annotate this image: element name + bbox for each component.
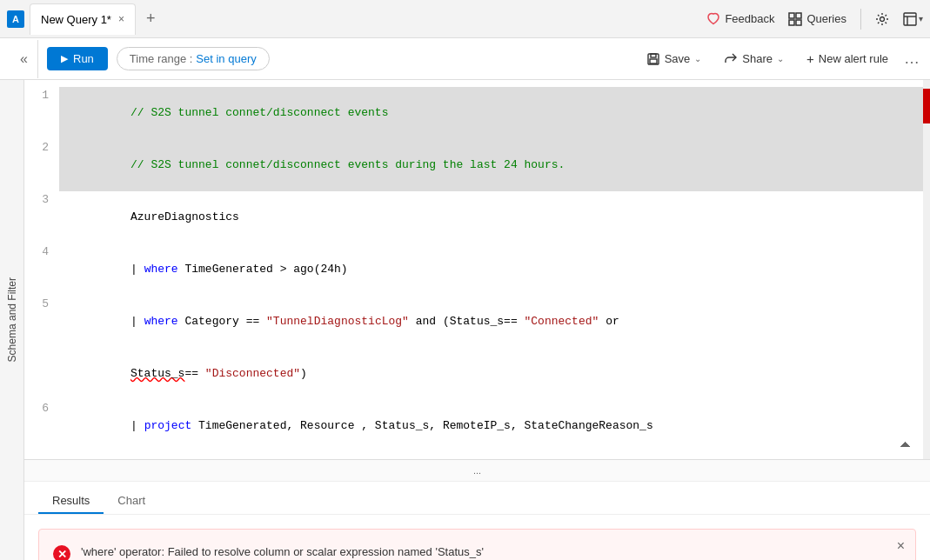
main-content: Schema and Filter 1 // S2S tunnel connet… <box>0 80 930 560</box>
time-range-value: Set in query <box>196 52 256 65</box>
error-message-line1: 'where' operator: Failed to resolve colu… <box>81 543 608 560</box>
code-line-3: 3 AzureDiagnostics <box>24 191 930 243</box>
code-editor[interactable]: 1 // S2S tunnel connet/disconnect events… <box>24 80 930 460</box>
view-button[interactable]: ▾ <box>903 12 923 26</box>
error-text: 'where' operator: Failed to resolve colu… <box>81 543 608 560</box>
code-line-6: 6 | project TimeGenerated, Resource , St… <box>24 400 930 452</box>
new-alert-button[interactable]: + New alert rule <box>800 48 895 70</box>
title-bar-left: A New Query 1* × + <box>7 3 160 35</box>
tab-label: New Query 1* <box>41 13 111 26</box>
svg-rect-10 <box>650 59 657 63</box>
collapse-editor-button[interactable]: ⏶ <box>899 437 913 452</box>
toolbar: « ▶ Run Time range : Set in query Save ⌄… <box>0 38 930 80</box>
expand-handle-dots: ... <box>473 465 481 476</box>
results-area: Results Chart ✕ 'where' operator: Failed… <box>24 482 930 560</box>
svg-rect-9 <box>651 54 656 57</box>
save-button[interactable]: Save ⌄ <box>639 49 709 70</box>
save-label: Save <box>665 52 691 65</box>
svg-rect-2 <box>789 20 794 25</box>
code-line-5: 5 | where Category == "TunnelDiagnosticL… <box>24 296 930 348</box>
schema-filter-sidebar[interactable]: Schema and Filter <box>0 80 24 560</box>
line-number-2: 2 <box>24 139 59 157</box>
settings-button[interactable] <box>875 12 889 26</box>
run-label: Run <box>73 52 94 65</box>
query-tab[interactable]: New Query 1* × <box>30 3 136 35</box>
title-bar-divider <box>860 9 861 30</box>
feedback-button[interactable]: Feedback <box>706 12 774 26</box>
layout-icon <box>903 12 917 26</box>
svg-rect-3 <box>796 20 801 25</box>
title-bar: A New Query 1* × + Feedback Queries <box>0 0 930 38</box>
run-button[interactable]: ▶ Run <box>47 47 108 70</box>
app-logo: A <box>7 10 24 28</box>
line-number-1: 1 <box>24 87 59 104</box>
error-container: ✕ 'where' operator: Failed to resolve co… <box>38 529 916 560</box>
share-icon <box>724 52 738 66</box>
code-line-2: 2 // S2S tunnel connet/disconnect events… <box>24 139 930 191</box>
feedback-label: Feedback <box>725 12 774 25</box>
queries-button[interactable]: Queries <box>788 12 846 26</box>
editor-scrollbar[interactable] <box>923 80 930 459</box>
sidebar-toggle-button[interactable]: « <box>10 40 38 78</box>
share-chevron-icon: ⌄ <box>777 54 784 63</box>
results-tabs: Results Chart <box>24 482 930 515</box>
play-icon: ▶ <box>61 53 68 64</box>
line-content-1: // S2S tunnel connet/disconnect events <box>59 87 930 139</box>
heart-icon <box>706 12 720 26</box>
chevron-left-icon: « <box>20 51 28 67</box>
tab-close-icon[interactable]: × <box>118 13 124 25</box>
svg-rect-5 <box>904 13 916 25</box>
plus-icon: + <box>806 51 814 66</box>
queries-label: Queries <box>806 12 846 25</box>
editor-results-area: 1 // S2S tunnel connet/disconnect events… <box>24 80 930 560</box>
tab-chart[interactable]: Chart <box>104 489 159 514</box>
gear-icon <box>875 12 889 26</box>
expand-handle[interactable]: ... <box>24 460 930 482</box>
line-number-5: 5 <box>24 296 59 313</box>
error-icon: ✕ <box>53 545 70 560</box>
line-number-4: 4 <box>24 243 59 261</box>
sidebar-label: Schema and Filter <box>6 277 18 362</box>
line-content-3: AzureDiagnostics <box>59 191 930 243</box>
add-tab-button[interactable]: + <box>141 10 161 28</box>
code-line-1: 1 // S2S tunnel connet/disconnect events <box>24 87 930 139</box>
new-alert-label: New alert rule <box>819 52 888 65</box>
line-number-6: 6 <box>24 400 59 417</box>
line-content-4: | where TimeGenerated > ago(24h) <box>59 243 930 296</box>
line-content-5b: Status_s== "Disconnected") <box>59 348 930 400</box>
svg-point-4 <box>880 17 885 21</box>
error-close-button[interactable]: × <box>897 538 905 554</box>
line-number-3: 3 <box>24 191 59 209</box>
share-label: Share <box>742 52 773 65</box>
time-range-button[interactable]: Time range : Set in query <box>117 47 270 70</box>
editor-scroll-thumb <box>923 89 930 123</box>
chevron-down-icon: ▾ <box>919 14 923 23</box>
time-range-prefix: Time range : <box>130 52 193 65</box>
line-content-5: | where Category == "TunnelDiagnosticLog… <box>59 296 930 348</box>
tab-results[interactable]: Results <box>38 489 104 514</box>
title-bar-right: Feedback Queries ▾ <box>706 9 923 30</box>
more-options-button[interactable]: … <box>904 50 920 68</box>
save-chevron-icon: ⌄ <box>694 54 701 63</box>
svg-rect-1 <box>796 13 801 18</box>
share-button[interactable]: Share ⌄ <box>717 49 791 70</box>
line-content-6: | project TimeGenerated, Resource , Stat… <box>59 400 930 452</box>
grid-icon <box>788 12 802 26</box>
code-line-4: 4 | where TimeGenerated > ago(24h) <box>24 243 930 296</box>
code-line-5b: Status_s== "Disconnected") <box>24 348 930 400</box>
line-content-2: // S2S tunnel connet/disconnect events d… <box>59 139 930 191</box>
svg-rect-0 <box>789 13 794 18</box>
save-icon <box>646 52 660 66</box>
